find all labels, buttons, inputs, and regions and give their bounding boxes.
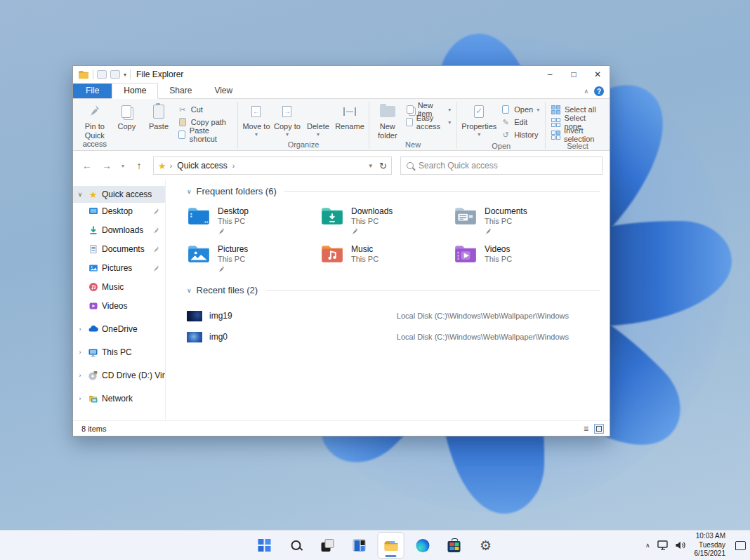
- qat-properties-icon[interactable]: [97, 70, 107, 79]
- sidebar-item-documents[interactable]: Documents: [73, 241, 165, 258]
- star-icon: ★: [88, 189, 98, 200]
- folder-tile-desktop[interactable]: Desktop This PC: [187, 206, 320, 234]
- new-folder-button[interactable]: New folder: [372, 100, 403, 140]
- details-view-button[interactable]: ≡: [584, 424, 588, 434]
- minimize-button[interactable]: –: [538, 66, 562, 83]
- history-button[interactable]: ↺ History: [498, 128, 542, 141]
- sidebar-item-this-pc[interactable]: › This PC: [73, 344, 165, 361]
- network-icon[interactable]: [657, 540, 669, 550]
- frequent-folders-header[interactable]: ∨ Frequent folders (6): [187, 186, 610, 196]
- task-view-button[interactable]: [315, 533, 341, 558]
- copy-to-button[interactable]: → Copy to▾: [272, 100, 303, 138]
- recent-file-row[interactable]: img0 Local Disk (C:)\Windows\Web\Wallpap…: [187, 326, 610, 347]
- sidebar-item-downloads[interactable]: Downloads: [73, 222, 165, 239]
- widgets-button[interactable]: [347, 533, 372, 558]
- volume-icon[interactable]: [675, 540, 686, 550]
- pin-icon: [152, 208, 159, 215]
- invert-selection-button[interactable]: Invert selection: [548, 128, 607, 141]
- pin-to-quick-access-button[interactable]: Pin to Quick access: [79, 100, 111, 149]
- rename-button[interactable]: Rename: [334, 100, 366, 131]
- taskbar-search-button[interactable]: [284, 533, 309, 558]
- collapse-ribbon-icon[interactable]: ∧: [584, 88, 588, 95]
- edge-button[interactable]: [410, 533, 435, 558]
- address-dropdown-icon[interactable]: ▾: [369, 162, 373, 169]
- pin-icon: [152, 265, 159, 272]
- title-bar: ▾ File Explorer – □ ✕: [73, 66, 610, 83]
- notification-center-icon[interactable]: [735, 541, 746, 550]
- sidebar-item-desktop[interactable]: Desktop: [73, 203, 165, 220]
- sidebar-item-quick-access[interactable]: ∨ ★ Quick access: [73, 186, 165, 203]
- section-chevron-icon[interactable]: ∨: [187, 287, 192, 294]
- search-input[interactable]: [419, 161, 596, 171]
- downloads-icon: [88, 225, 98, 236]
- forward-button[interactable]: →: [98, 158, 115, 173]
- sidebar-item-music[interactable]: Music: [73, 279, 165, 295]
- search-icon: [407, 162, 414, 169]
- folder-tile-music[interactable]: Music This PC: [320, 244, 454, 272]
- rename-icon: [343, 107, 356, 116]
- paste-shortcut-button[interactable]: Paste shortcut: [175, 128, 235, 141]
- copy-to-icon: →: [282, 106, 291, 117]
- settings-button[interactable]: ⚙: [473, 533, 499, 558]
- copy-path-icon: [178, 117, 188, 127]
- pin-icon: [351, 227, 393, 234]
- qat-customize-dropdown-icon[interactable]: ▾: [124, 72, 126, 78]
- folder-tile-pictures[interactable]: Pictures This PC: [187, 244, 320, 272]
- up-button[interactable]: ↑: [131, 158, 147, 173]
- paste-button[interactable]: Paste: [143, 100, 175, 131]
- open-button[interactable]: Open ▾: [498, 103, 542, 116]
- tray-overflow-chevron-icon[interactable]: ∧: [644, 542, 652, 549]
- easy-access-button[interactable]: Easy access ▾: [403, 116, 454, 128]
- folder-tile-documents[interactable]: Documents This PC: [454, 206, 587, 234]
- folder-tile-videos[interactable]: Videos This PC: [454, 244, 587, 272]
- folder-tile-downloads[interactable]: Downloads This PC: [320, 206, 454, 234]
- recent-locations-dropdown-icon[interactable]: ▾: [118, 158, 128, 173]
- chevron-right-icon[interactable]: ›: [76, 372, 84, 379]
- chevron-down-icon[interactable]: ∨: [76, 191, 84, 198]
- tab-view[interactable]: View: [203, 84, 244, 98]
- sidebar-item-onedrive[interactable]: › OneDrive: [73, 321, 165, 338]
- breadcrumb-chevron-icon[interactable]: ›: [232, 161, 235, 170]
- tab-file[interactable]: File: [73, 84, 112, 98]
- copy-icon: [121, 105, 131, 118]
- large-icons-view-button[interactable]: [594, 424, 604, 434]
- taskbar: ⚙ ∧ 10:03 AM Tuesday 6/15/2021: [0, 530, 750, 560]
- search-icon: [291, 540, 301, 550]
- sidebar-item-pictures[interactable]: Pictures: [73, 260, 165, 276]
- downloads-folder-icon: [320, 206, 344, 226]
- sidebar-item-cd-drive[interactable]: › CD Drive (D:) Virtuall: [73, 367, 165, 384]
- chevron-right-icon[interactable]: ›: [76, 349, 84, 356]
- cut-button[interactable]: ✂ Cut: [175, 103, 235, 116]
- chevron-right-icon[interactable]: ›: [76, 326, 84, 333]
- qat-new-folder-icon[interactable]: [110, 70, 120, 79]
- pin-icon: [218, 227, 249, 234]
- search-box[interactable]: [400, 156, 603, 175]
- tab-share[interactable]: Share: [158, 84, 203, 98]
- taskbar-file-explorer-button[interactable]: [379, 533, 404, 558]
- close-button[interactable]: ✕: [586, 66, 610, 83]
- delete-button[interactable]: Delete▾: [303, 100, 334, 138]
- chevron-right-icon[interactable]: ›: [76, 395, 84, 402]
- sidebar-item-videos[interactable]: Videos: [73, 298, 165, 314]
- properties-button[interactable]: ✓ Properties▾: [460, 100, 498, 138]
- microsoft-store-button[interactable]: [442, 533, 467, 558]
- copy-button[interactable]: Copy: [111, 100, 143, 131]
- refresh-icon[interactable]: ↻: [379, 161, 387, 171]
- history-icon: ↺: [501, 130, 511, 140]
- back-button[interactable]: ←: [79, 158, 96, 173]
- edit-button[interactable]: ✎ Edit: [498, 116, 542, 128]
- recent-files-header[interactable]: ∨ Recent files (2): [187, 285, 610, 295]
- breadcrumb-chevron-icon[interactable]: ›: [170, 161, 173, 170]
- tab-home[interactable]: Home: [112, 83, 158, 99]
- help-icon[interactable]: ?: [594, 86, 604, 96]
- section-chevron-icon[interactable]: ∨: [187, 188, 192, 195]
- sidebar-item-network[interactable]: › Network: [73, 390, 165, 407]
- tray-clock[interactable]: 10:03 AM Tuesday 6/15/2021: [692, 532, 729, 559]
- recent-file-row[interactable]: img19 Local Disk (C:)\Windows\Web\Wallpa…: [187, 305, 610, 326]
- file-explorer-window: ▾ File Explorer – □ ✕ File Home Share Vi…: [72, 65, 610, 436]
- address-bar[interactable]: ★ › Quick access › ▾ ↻: [153, 156, 392, 175]
- start-button[interactable]: [252, 533, 277, 558]
- breadcrumb-quick-access[interactable]: Quick access: [176, 159, 228, 172]
- move-to-button[interactable]: ← Move to▾: [241, 100, 272, 138]
- maximize-button[interactable]: □: [562, 66, 586, 83]
